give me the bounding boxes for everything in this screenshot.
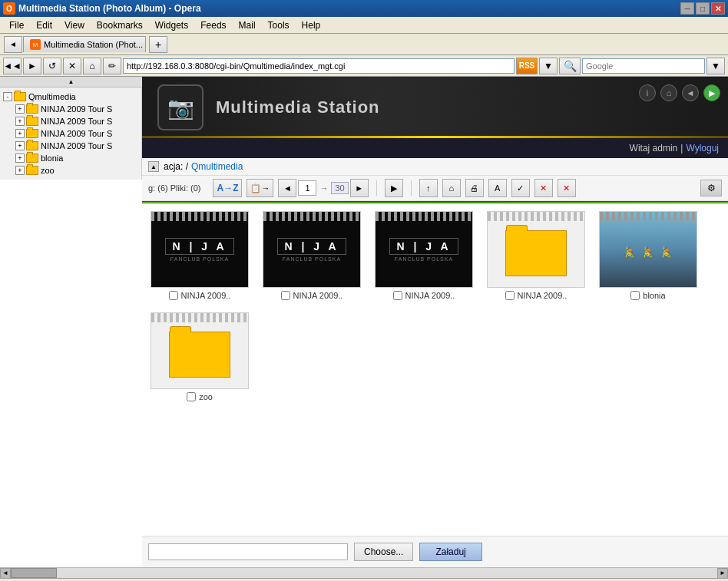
stop-button[interactable]: ✕ (63, 58, 81, 74)
page-prev-button[interactable]: ◄ (278, 179, 296, 197)
sidebar-scroll-up[interactable]: ▲ (0, 77, 142, 87)
photo-check-5[interactable] (187, 392, 196, 401)
sidebar-item-3[interactable]: + NINJA 2009 Tour S (0, 140, 141, 152)
menu-edit[interactable]: Edit (30, 18, 58, 32)
folder-tab-3 (506, 225, 528, 231)
upload-button[interactable]: ↑ (419, 179, 438, 197)
sidebar-item-4[interactable]: + blonia (0, 152, 141, 164)
user-bar: Witaj admin | Wyloguj (142, 138, 728, 158)
home-button[interactable]: ⌂ (442, 179, 461, 197)
sidebar-label-5: zoo (41, 166, 55, 175)
sort-az-button[interactable]: A→Z (213, 179, 242, 197)
photo-check-3[interactable] (505, 291, 515, 300)
photo-item-1[interactable]: N | J A FANCLUB POLSKA NINJA 2009.. (262, 211, 362, 300)
copy-button[interactable]: 📋→ (247, 179, 273, 197)
url-input[interactable] (123, 58, 515, 74)
photo-check-1[interactable] (281, 291, 290, 300)
menu-widgets[interactable]: Widgets (149, 18, 194, 32)
tree-expand-3[interactable]: + (15, 141, 25, 150)
sidebar-item-1[interactable]: + NINJA 2009 Tour S (0, 115, 141, 127)
sidebar-item-2[interactable]: + NINJA 2009 Tour S (0, 127, 141, 140)
home-button[interactable]: ⌂ (83, 58, 101, 74)
photo-item-0[interactable]: N | J A FANCLUB POLSKA NINJA 2009.. (150, 211, 250, 300)
sidebar-item-5[interactable]: + zoo (0, 164, 141, 177)
slideshow-button[interactable]: ▶ (385, 179, 403, 197)
page-next-button[interactable]: ► (350, 179, 369, 197)
print-button[interactable]: 🖨 (465, 179, 484, 197)
upload-area: Choose... Załaduj (142, 536, 728, 567)
toolbar-sep-1 (376, 180, 377, 196)
tab-active[interactable]: M Multimedia Station (Phot... ✕ (23, 36, 146, 52)
breadcrumb-up-button[interactable]: ▲ (148, 161, 159, 172)
tree-expand-4[interactable]: + (15, 154, 25, 163)
user-sep: | (680, 143, 683, 154)
upload-file-input[interactable] (148, 543, 348, 560)
photo-name-0: NINJA 2009.. (181, 291, 231, 300)
header-btn-play[interactable]: ▶ (703, 84, 720, 101)
header-btn-prev[interactable]: ◄ (682, 84, 699, 101)
close-button[interactable]: ✕ (711, 2, 725, 15)
home-icon: ⌂ (448, 183, 454, 193)
upload-button[interactable]: Załaduj (419, 543, 481, 561)
header-btn-home[interactable]: ⌂ (660, 84, 677, 101)
tab-bar: ◄ M Multimedia Station (Phot... ✕ + (0, 34, 728, 55)
photo-check-2[interactable] (393, 291, 402, 300)
forward-button[interactable]: ► (23, 58, 41, 74)
maximize-button[interactable]: □ (696, 2, 710, 15)
photo-check-0[interactable] (169, 291, 178, 300)
tree-expand-0[interactable]: + (15, 104, 25, 114)
header-btn-info[interactable]: i (639, 84, 656, 101)
photo-thumb-0: N | J A FANCLUB POLSKA (151, 211, 249, 288)
search-dropdown[interactable]: ▼ (706, 58, 725, 74)
photo-check-4[interactable] (630, 291, 640, 300)
sidebar-label-1: NINJA 2009 Tour S (41, 117, 112, 126)
rss-dropdown[interactable]: ▼ (539, 58, 558, 74)
thumb-rings-1 (263, 212, 360, 221)
back-button[interactable]: ◄◄ (3, 58, 22, 74)
photo-item-2[interactable]: N | J A FANCLUB POLSKA NINJA 2009.. (374, 211, 474, 300)
sidebar-item-0[interactable]: + NINJA 2009 Tour S (0, 103, 141, 115)
scroll-h-thumb[interactable] (11, 568, 57, 578)
tab-scroll-left[interactable]: ◄ (4, 36, 22, 53)
photo-item-5[interactable]: zoo (150, 312, 250, 401)
minimize-button[interactable]: ─ (680, 2, 694, 15)
header-controls: i ⌂ ◄ ▶ (639, 84, 720, 101)
tree-expand-root[interactable]: - (3, 92, 12, 101)
rss-button[interactable]: RSS (516, 58, 538, 74)
scroll-h-right[interactable]: ► (717, 568, 728, 579)
breadcrumb-link[interactable]: Qmultimedia (191, 161, 243, 172)
menu-bookmarks[interactable]: Bookmarks (91, 18, 149, 32)
menu-file[interactable]: File (3, 18, 30, 32)
toolbar: g: (6) Pliki: (0) A→Z 📋→ ◄ → 30 ► ▶ (142, 176, 728, 201)
breadcrumb-prefix: acja: / (164, 161, 188, 172)
delete-button[interactable]: ✕ (534, 179, 553, 197)
menu-feeds[interactable]: Feeds (194, 18, 232, 32)
menu-view[interactable]: View (58, 18, 91, 32)
menu-tools[interactable]: Tools (262, 18, 296, 32)
ninja-subtitle-2: FANCLUB POLSKA (395, 256, 453, 262)
scroll-h-left[interactable]: ◄ (0, 568, 11, 579)
logout-link[interactable]: Wyloguj (686, 143, 719, 154)
tree-expand-5[interactable]: + (15, 166, 25, 175)
photo-item-4[interactable]: 🚴 🚴 🚴 blonia (598, 211, 698, 300)
menu-mail[interactable]: Mail (233, 18, 262, 32)
page-input[interactable] (298, 180, 316, 196)
folder-tab-5 (170, 326, 191, 332)
tree-expand-1[interactable]: + (15, 117, 25, 126)
tree-expand-2[interactable]: + (15, 129, 25, 138)
reload-button[interactable]: ↺ (43, 58, 61, 74)
edit-button[interactable]: ✏ (103, 58, 121, 74)
search-input[interactable] (582, 58, 705, 74)
page-total: 30 (331, 182, 348, 194)
menu-help[interactable]: Help (296, 18, 327, 32)
photo-item-3[interactable]: NINJA 2009.. (486, 211, 586, 300)
close-button[interactable]: ✕ (558, 179, 576, 197)
status-bar (0, 578, 728, 581)
select-all-button[interactable]: ✓ (511, 179, 530, 197)
choose-button[interactable]: Choose... (354, 543, 413, 561)
new-tab-button[interactable]: + (149, 36, 167, 53)
sidebar-item-root[interactable]: - Qmultimedia (0, 91, 141, 103)
photo-name-3: NINJA 2009.. (518, 291, 568, 300)
rename-button[interactable]: A (488, 179, 507, 197)
settings-button[interactable]: ⚙ (700, 180, 722, 196)
